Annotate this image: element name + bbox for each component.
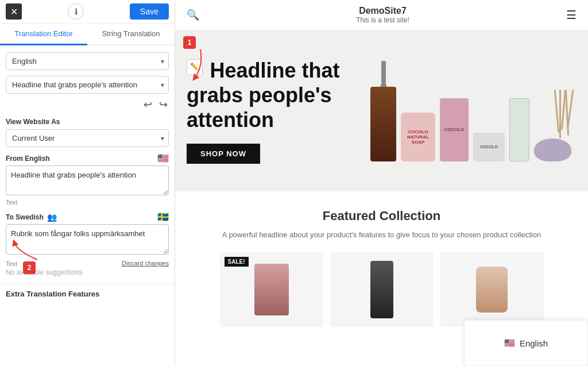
shop-now-button[interactable]: SHOP NOW [187,144,260,164]
people-icon: 👥 [47,213,57,222]
hero-section: 1 ✏️ Headline that grabs people's attent… [175,30,588,191]
close-button[interactable]: ✕ [6,3,22,20]
featured-title: Featured Collection [187,209,577,224]
tab-translation-editor[interactable]: Translation Editor [0,24,87,45]
undo-redo-row: ↩ ↪ [6,97,169,112]
to-swedish-row: To Swedish 👥 [6,213,57,222]
save-button[interactable]: Save [130,3,169,20]
pump-bottle [370,61,396,161]
view-website-as-section: View Website As Current User Visitor Adm… [6,118,169,147]
hamburger-menu-button[interactable]: ☰ [566,8,577,22]
tabs-row: Translation Editor String Translation [0,24,175,45]
round-jar: COCOLO [473,133,505,161]
site-subtitle: This is a test site! [356,16,409,24]
product-card-2 [330,252,434,327]
view-website-as-label: View Website As [6,118,169,126]
pink-canister: COCOLONATURAL SOAP [401,113,435,161]
english-badge-label: English [520,338,548,348]
glass-bottle [509,98,529,161]
right-panel: 🔍 DemoSite7 This is a test site! ☰ 1 ✏️ [175,0,588,366]
product-card-img-1 [254,264,289,315]
string-dropdown-wrap: Headline that grabs people's attention ▾ [6,76,169,94]
site-header: 🔍 DemoSite7 This is a test site! ☰ [175,0,588,30]
site-title: DemoSite7 [356,6,409,16]
discard-changes-link[interactable]: Discard changes [122,260,169,267]
product-group: COCOLONATURAL SOAP COCOLO COCOLO [370,61,571,161]
product-card-1: SALE! [220,252,323,327]
language-dropdown-wrap: English Swedish French German ▾ [6,52,169,70]
left-top-bar: ✕ ℹ Save [0,0,175,24]
us-flag-icon: 🇺🇸 [157,153,169,164]
annotation-2-arrow [11,240,40,263]
redo-button[interactable]: ↪ [158,97,169,112]
left-panel: ✕ ℹ Save Translation Editor String Trans… [0,0,175,366]
featured-subtitle: A powerful headline about your product's… [221,229,543,241]
from-field-textarea[interactable]: Headline that grabs people's attention [6,165,169,195]
extra-translation-features: Extra Translation Features [0,283,175,304]
language-dropdown[interactable]: English Swedish French German [6,52,169,70]
product-card-img-2 [370,261,393,318]
from-field-label: From English [6,155,50,163]
to-field-header: To Swedish 👥 🇸🇪 [6,211,169,222]
undo-button[interactable]: ↩ [142,97,153,112]
product-cards: SALE! [187,252,577,327]
pink-tall-can: COCOLO [440,98,469,161]
product-card-3 [440,252,544,327]
english-badge-flag: 🇺🇸 [504,338,515,348]
info-button[interactable]: ℹ [68,3,84,20]
tab-string-translation[interactable]: String Translation [87,24,175,45]
from-field-section: From English 🇺🇸 Headline that grabs peop… [6,153,169,206]
panel-body: English Swedish French German ▾ Headline… [0,45,175,283]
annotation-badge-2: 2 [23,261,36,274]
sale-badge-1: SALE! [225,257,249,267]
to-field-section: To Swedish 👥 🇸🇪 Rubrik som fångar folks … [6,211,169,276]
site-header-center: DemoSite7 This is a test site! [356,6,409,24]
to-field-label: To Swedish [6,213,44,221]
from-field-header: From English 🇺🇸 [6,153,169,164]
annotation-1-arrow [183,47,223,87]
annotation-1-wrap: 1 [183,36,196,49]
product-card-img-3 [476,267,508,313]
view-as-dropdown-wrap: Current User Visitor Admin ▾ [6,129,169,147]
string-dropdown[interactable]: Headline that grabs people's attention [6,76,169,94]
hero-image-area: COCOLONATURAL SOAP COCOLO COCOLO [370,48,571,174]
extra-title: Extra Translation Features [6,290,169,298]
reed-sticks [534,90,571,161]
view-as-dropdown[interactable]: Current User Visitor Admin [6,129,169,147]
se-flag-icon: 🇸🇪 [157,211,169,222]
search-button[interactable]: 🔍 [187,9,199,21]
featured-section: Featured Collection A powerful headline … [175,191,588,338]
english-badge[interactable]: 🇺🇸 English [464,320,588,366]
from-field-type: Text [6,199,169,206]
